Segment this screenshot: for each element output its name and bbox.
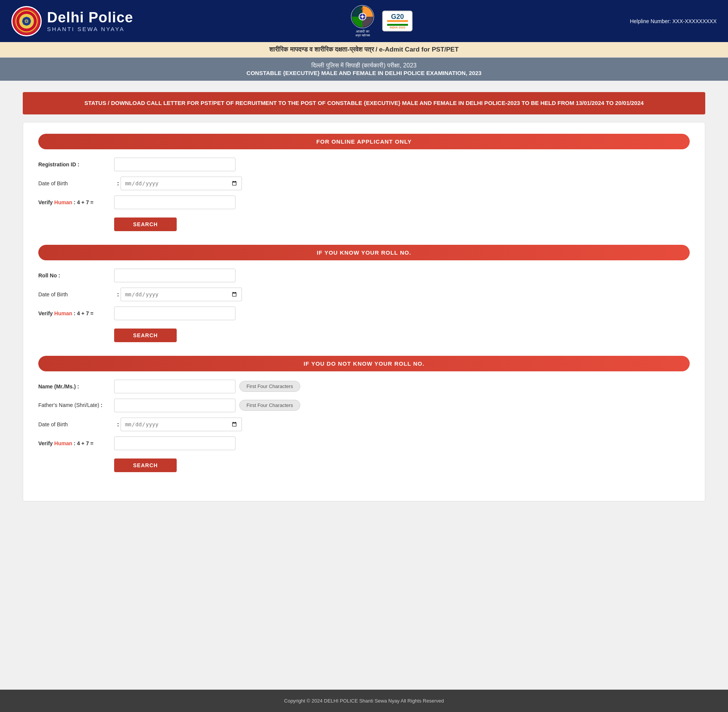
first-four-button-father[interactable]: First Four Characters xyxy=(239,400,300,411)
verify-human-label-3: Verify Human : 4 + 7 = xyxy=(38,440,114,446)
azadi-icon: 75 xyxy=(350,5,375,29)
svg-text:75: 75 xyxy=(361,7,364,11)
main-content: STATUS / DOWNLOAD CALL LETTER FOR PST/PE… xyxy=(0,81,728,690)
roll-no-group: Roll No : xyxy=(38,269,690,282)
svg-rect-17 xyxy=(387,20,408,22)
g20-badge: G20 INDIA 2023 xyxy=(382,11,413,31)
verify-input-3[interactable] xyxy=(114,437,235,450)
header-center-badges: 75 आज़ादी का अमृत महोत्सव G20 INDIA 2023 xyxy=(350,5,413,38)
verify-human-group-1: Verify Human : 4 + 7 = xyxy=(38,196,690,209)
g20-flag-icon xyxy=(387,20,408,26)
alert-banner: STATUS / DOWNLOAD CALL LETTER FOR PST/PE… xyxy=(23,92,705,114)
dob-group-1: Date of Birth : xyxy=(38,177,690,190)
search-btn-wrapper-3: SEARCH xyxy=(38,455,690,472)
page-header: Delhi Police SHANTI SEWA NYAYA xyxy=(0,0,728,42)
search-btn-wrapper-2: SEARCH xyxy=(38,325,690,342)
logo-emblem xyxy=(13,8,40,34)
org-tagline: SHANTI SEWA NYAYA xyxy=(47,26,133,32)
alert-text: STATUS / DOWNLOAD CALL LETTER FOR PST/PE… xyxy=(84,100,643,106)
verify-input-2[interactable] xyxy=(114,307,235,320)
verify-human-group-2: Verify Human : 4 + 7 = xyxy=(38,307,690,320)
name-label: Name (Mr./Ms.) : xyxy=(38,383,114,390)
section2-header: IF YOU KNOW YOUR ROLL NO. xyxy=(38,245,690,260)
section-roll-no: IF YOU KNOW YOUR ROLL NO. Roll No : Date… xyxy=(38,245,690,342)
registration-id-input[interactable] xyxy=(114,158,235,171)
registration-id-label: Registration ID : xyxy=(38,161,114,167)
footer-text: Copyright © 2024 DELHI POLICE Shanti Sew… xyxy=(284,698,444,704)
fathers-name-group: Father's Name (Shri/Late) : First Four C… xyxy=(38,399,690,412)
header-title-block: Delhi Police SHANTI SEWA NYAYA xyxy=(47,10,133,32)
azadi-badge: 75 आज़ादी का अमृत महोत्सव xyxy=(350,5,375,38)
section-online-applicant: FOR ONLINE APPLICANT ONLY Registration I… xyxy=(38,134,690,231)
page-footer: Copyright © 2024 DELHI POLICE Shanti Sew… xyxy=(0,690,728,712)
fathers-name-input[interactable] xyxy=(114,399,235,412)
dob-group-2: Date of Birth : xyxy=(38,288,690,301)
verify-human-label-1: Verify Human : 4 + 7 = xyxy=(38,199,114,205)
dob-input-2[interactable] xyxy=(121,288,242,301)
dob-input-1[interactable] xyxy=(121,177,242,190)
g20-title: G20 xyxy=(391,13,404,20)
azadi-line1: आज़ादी का xyxy=(355,30,370,34)
search-btn-wrapper-1: SEARCH xyxy=(38,214,690,231)
roll-no-input[interactable] xyxy=(114,269,235,282)
name-input[interactable] xyxy=(114,380,235,393)
form-card: FOR ONLINE APPLICANT ONLY Registration I… xyxy=(23,122,705,501)
name-input-wrapper: First Four Characters xyxy=(114,380,300,393)
title-bar: दिल्ली पुलिस में सिपाही (कार्यकारी) परीक… xyxy=(0,58,728,81)
helpline-info: Helpline Number: XXX-XXXXXXXXX xyxy=(630,18,717,24)
dob-group-3: Date of Birth : xyxy=(38,418,690,431)
dob-label-2: Date of Birth xyxy=(38,291,114,297)
fathers-name-input-wrapper: First Four Characters xyxy=(114,399,300,412)
fathers-name-label: Father's Name (Shri/Late) : xyxy=(38,402,114,408)
delhi-police-logo xyxy=(11,6,42,36)
verify-human-group-3: Verify Human : 4 + 7 = xyxy=(38,437,690,450)
name-group: Name (Mr./Ms.) : First Four Characters xyxy=(38,380,690,393)
org-name: Delhi Police xyxy=(47,10,133,26)
svg-rect-18 xyxy=(387,22,408,24)
header-left: Delhi Police SHANTI SEWA NYAYA xyxy=(11,6,133,36)
roll-no-label: Roll No : xyxy=(38,272,114,279)
search-button-1[interactable]: SEARCH xyxy=(114,218,177,231)
section3-header: IF YOU DO NOT KNOW YOUR ROLL NO. xyxy=(38,356,690,371)
verify-human-label-2: Verify Human : 4 + 7 = xyxy=(38,310,114,316)
g20-india-label: INDIA 2023 xyxy=(390,26,406,29)
exam-title-english: CONSTABLE {EXECUTIVE} MALE AND FEMALE IN… xyxy=(8,70,720,76)
section-no-roll-no: IF YOU DO NOT KNOW YOUR ROLL NO. Name (M… xyxy=(38,356,690,472)
exam-title-hindi: दिल्ली पुलिस में सिपाही (कार्यकारी) परीक… xyxy=(8,62,720,69)
azadi-line2: अमृत महोत्सव xyxy=(355,34,370,38)
sub-header-text: शारीरिक मापदण्ड व शारीरिक दक्षता-प्रवेश … xyxy=(269,46,458,53)
dob-input-3[interactable] xyxy=(121,418,242,431)
verify-input-1[interactable] xyxy=(114,196,235,209)
dob-label-1: Date of Birth xyxy=(38,180,114,186)
helpline-text: Helpline Number: XXX-XXXXXXXXX xyxy=(630,18,717,24)
dob-label-3: Date of Birth xyxy=(38,421,114,427)
registration-id-group: Registration ID : xyxy=(38,158,690,171)
search-button-3[interactable]: SEARCH xyxy=(114,458,177,472)
first-four-button-name[interactable]: First Four Characters xyxy=(239,381,300,392)
sub-header-banner: शारीरिक मापदण्ड व शारीरिक दक्षता-प्रवेश … xyxy=(0,42,728,58)
section1-header: FOR ONLINE APPLICANT ONLY xyxy=(38,134,690,149)
search-button-2[interactable]: SEARCH xyxy=(114,329,177,342)
